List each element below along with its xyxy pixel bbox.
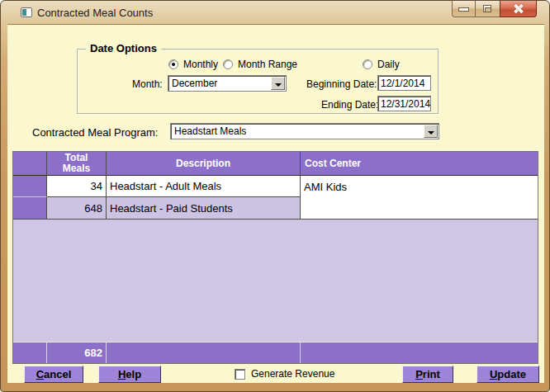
help-rest: elp bbox=[126, 368, 141, 380]
cell-description[interactable]: Headstart - Adult Meals bbox=[107, 176, 301, 197]
month-select-value: December bbox=[172, 78, 217, 89]
generate-revenue-checkbox[interactable] bbox=[235, 369, 245, 380]
close-icon bbox=[512, 3, 524, 14]
beginning-date-value: 12/1/2014 bbox=[381, 78, 424, 89]
help-accel: H bbox=[118, 368, 126, 380]
grid-empty-area bbox=[13, 220, 538, 342]
cell-cost-center[interactable]: AMI Kids bbox=[301, 176, 538, 197]
generate-revenue-field: Generate Revenue bbox=[235, 368, 334, 380]
date-options-group: Date Options Monthly Month Range Daily M… bbox=[77, 49, 439, 114]
month-select[interactable]: December bbox=[168, 75, 287, 92]
month-label: Month: bbox=[132, 78, 163, 90]
titlebar: Contracted Meal Counts bbox=[1, 1, 549, 24]
print-button[interactable]: Print bbox=[402, 366, 453, 383]
beginning-date-input[interactable]: 12/1/2014 bbox=[377, 75, 431, 91]
radio-month-range[interactable]: Month Range bbox=[223, 59, 297, 70]
radio-daily-label: Daily bbox=[377, 59, 400, 70]
maximize-icon bbox=[483, 5, 491, 12]
program-label: Contracted Meal Program: bbox=[32, 126, 158, 139]
program-select-value: Headstart Meals bbox=[174, 125, 246, 137]
header-total-meals-line2: Meals bbox=[63, 163, 90, 174]
cancel-button[interactable]: Cancel bbox=[24, 366, 83, 383]
minimize-button[interactable] bbox=[452, 1, 476, 17]
cancel-rest: ancel bbox=[44, 368, 71, 380]
window: Contracted Meal Counts Date Options Mont… bbox=[0, 0, 550, 392]
radio-daily-circle[interactable] bbox=[363, 59, 372, 69]
date-options-legend: Date Options bbox=[86, 42, 161, 54]
header-total-meals: Total Meals bbox=[47, 152, 107, 176]
table-row: 34 Headstart - Adult Meals AMI Kids bbox=[13, 176, 538, 197]
radio-monthly-label: Monthly bbox=[183, 59, 218, 70]
header-row-selector bbox=[13, 152, 47, 176]
chevron-down-icon bbox=[275, 83, 282, 87]
update-rest: pdate bbox=[497, 368, 526, 380]
beginning-date-label: Beginning Date: bbox=[306, 78, 377, 90]
row-selector[interactable] bbox=[13, 197, 47, 220]
total-description-cell bbox=[107, 342, 301, 363]
program-select-arrow-button[interactable] bbox=[424, 125, 438, 138]
cell-total-meals[interactable]: 648 bbox=[47, 197, 107, 220]
cancel-accel: C bbox=[36, 368, 44, 380]
total-row-selector bbox=[13, 342, 47, 363]
radio-month-range-circle[interactable] bbox=[223, 59, 233, 69]
help-button[interactable]: Help bbox=[98, 366, 161, 383]
close-button[interactable] bbox=[500, 1, 537, 17]
total-cost-center-cell bbox=[301, 342, 538, 363]
header-cost-center: Cost Center bbox=[301, 152, 538, 176]
header-cost-center-label: Cost Center bbox=[305, 158, 538, 169]
grid-total-row: 682 bbox=[13, 342, 538, 363]
radio-daily[interactable]: Daily bbox=[363, 59, 400, 70]
window-controls bbox=[452, 1, 537, 17]
print-accel: P bbox=[415, 368, 423, 380]
grid-header-row: Total Meals Description Cost Center bbox=[13, 152, 538, 176]
dialog-body: Date Options Monthly Month Range Daily M… bbox=[7, 24, 544, 383]
generate-revenue-label: Generate Revenue bbox=[251, 368, 334, 380]
cell-cost-center[interactable] bbox=[301, 197, 538, 220]
table-row: 648 Headstart - Paid Students bbox=[13, 197, 538, 220]
chevron-down-icon bbox=[428, 131, 434, 135]
print-rest: rint bbox=[423, 368, 440, 380]
header-description: Description bbox=[107, 152, 301, 176]
month-select-arrow-button[interactable] bbox=[271, 77, 285, 90]
cell-total-meals[interactable]: 34 bbox=[47, 176, 107, 197]
radio-monthly[interactable]: Monthly bbox=[168, 59, 218, 70]
update-button[interactable]: Update bbox=[477, 366, 539, 383]
radio-month-range-label: Month Range bbox=[238, 59, 297, 70]
window-title: Contracted Meal Counts bbox=[37, 7, 153, 19]
minimize-icon bbox=[459, 8, 468, 11]
radio-monthly-circle[interactable] bbox=[168, 59, 178, 69]
ending-date-input[interactable]: 12/31/2014 bbox=[377, 96, 431, 111]
update-accel: U bbox=[490, 368, 497, 380]
ending-date-label: Ending Date: bbox=[321, 99, 378, 111]
cell-description[interactable]: Headstart - Paid Students bbox=[107, 197, 301, 220]
program-select[interactable]: Headstart Meals bbox=[170, 123, 439, 139]
total-meals-sum: 682 bbox=[47, 342, 107, 363]
ending-date-value: 12/31/2014 bbox=[381, 98, 430, 110]
header-description-label: Description bbox=[176, 158, 230, 169]
row-selector[interactable] bbox=[13, 176, 47, 197]
app-icon bbox=[21, 7, 32, 17]
maximize-button[interactable] bbox=[476, 1, 500, 17]
meal-counts-grid: Total Meals Description Cost Center 34 H… bbox=[12, 151, 538, 364]
